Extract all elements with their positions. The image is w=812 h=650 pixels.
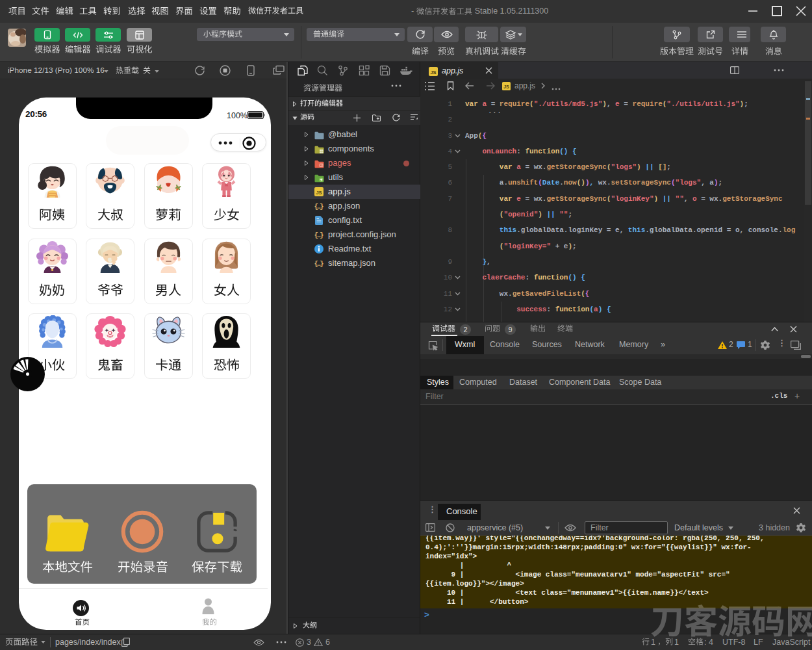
svg-text:JS: JS <box>503 84 509 89</box>
svg-text:{..}: {..} <box>314 260 324 268</box>
svg-text:JS: JS <box>316 190 322 196</box>
svg-text:{..}: {..} <box>314 203 324 211</box>
svg-text:{..}: {..} <box>314 231 324 239</box>
svg-text:JS: JS <box>430 70 436 75</box>
